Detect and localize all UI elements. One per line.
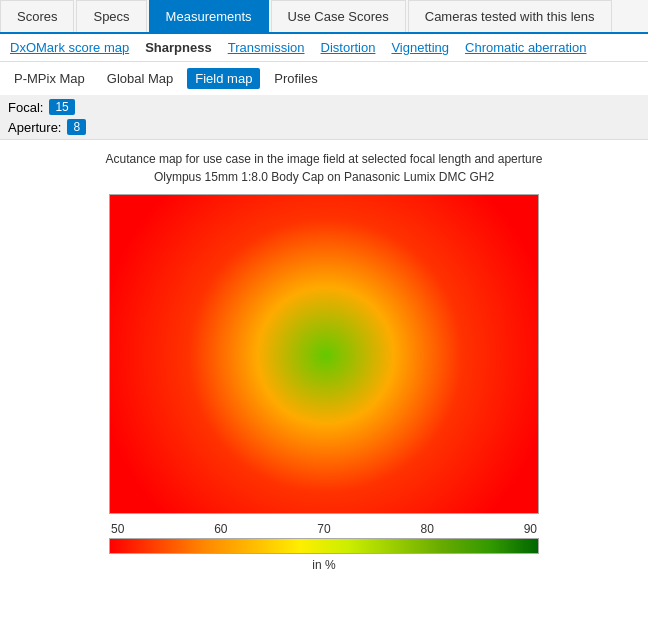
subtab-global[interactable]: Global Map xyxy=(99,68,181,89)
scale-60: 60 xyxy=(214,522,227,536)
scale-area: 50 60 70 80 90 in % xyxy=(109,522,539,572)
focal-row: Focal: 15 xyxy=(8,99,640,115)
score-tab-transmission[interactable]: Transmission xyxy=(224,38,309,57)
focal-value[interactable]: 15 xyxy=(49,99,74,115)
tab-use-case-scores[interactable]: Use Case Scores xyxy=(271,0,406,32)
tab-specs[interactable]: Specs xyxy=(76,0,146,32)
tab-cameras-tested[interactable]: Cameras tested with this lens xyxy=(408,0,612,32)
subtab-fieldmap[interactable]: Field map xyxy=(187,68,260,89)
aperture-value[interactable]: 8 xyxy=(67,119,86,135)
score-tab-vignetting[interactable]: Vignetting xyxy=(387,38,453,57)
score-tab-sharpness[interactable]: Sharpness xyxy=(141,38,215,57)
scale-70: 70 xyxy=(317,522,330,536)
acutance-map xyxy=(109,194,539,514)
score-tab-distortion[interactable]: Distortion xyxy=(317,38,380,57)
main-content: Acutance map for use case in the image f… xyxy=(0,140,648,582)
top-tabs-bar: Scores Specs Measurements Use Case Score… xyxy=(0,0,648,34)
subtab-pmpix[interactable]: P-MPix Map xyxy=(6,68,93,89)
tab-measurements[interactable]: Measurements xyxy=(149,0,269,32)
focal-label: Focal: xyxy=(8,100,43,115)
tab-scores[interactable]: Scores xyxy=(0,0,74,32)
score-tab-dxomark[interactable]: DxOMark score map xyxy=(6,38,133,57)
aperture-row: Aperture: 8 xyxy=(8,119,640,135)
params-area: Focal: 15 Aperture: 8 xyxy=(0,95,648,140)
scale-numbers: 50 60 70 80 90 xyxy=(109,522,539,536)
scale-80: 80 xyxy=(420,522,433,536)
subtab-profiles[interactable]: Profiles xyxy=(266,68,325,89)
scale-unit: in % xyxy=(109,558,539,572)
aperture-label: Aperture: xyxy=(8,120,61,135)
scale-50: 50 xyxy=(111,522,124,536)
sub-tabs-bar: P-MPix Map Global Map Field map Profiles xyxy=(0,62,648,95)
scale-bar xyxy=(109,538,539,554)
score-tabs-bar: DxOMark score map Sharpness Transmission… xyxy=(0,34,648,62)
chart-title: Acutance map for use case in the image f… xyxy=(106,150,543,186)
score-tab-chromatic[interactable]: Chromatic aberration xyxy=(461,38,590,57)
scale-90: 90 xyxy=(524,522,537,536)
